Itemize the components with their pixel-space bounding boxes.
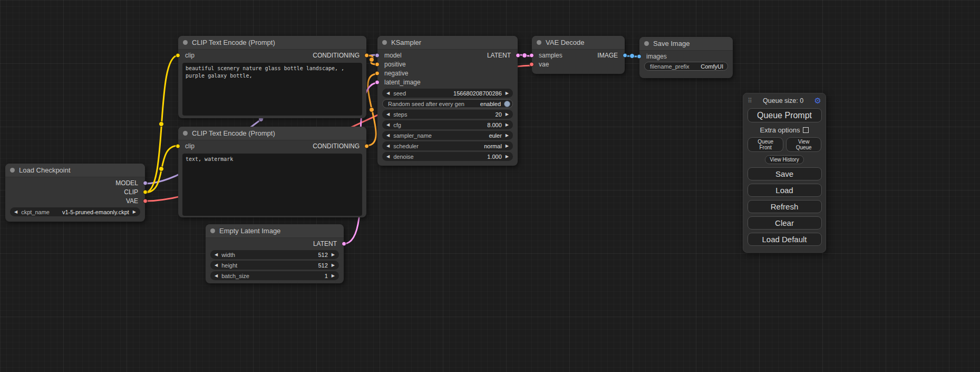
- save-button[interactable]: Save: [748, 167, 822, 180]
- output-slot-image[interactable]: [623, 53, 627, 58]
- widget-scheduler[interactable]: scheduler normal: [382, 141, 513, 150]
- decrement-arrow-icon[interactable]: [386, 112, 390, 117]
- node-clip-text-encode-negative[interactable]: CLIP Text Encode (Prompt) clip CONDITION…: [178, 127, 366, 217]
- widget-value: 20: [496, 111, 502, 118]
- input-slot-latent-image[interactable]: [375, 80, 380, 84]
- output-slot-model[interactable]: [143, 180, 148, 185]
- node-titlebar[interactable]: Save Image: [639, 37, 733, 51]
- widget-value: 512: [318, 252, 327, 258]
- node-save-image[interactable]: Save Image images filename_prefix ComfyU…: [639, 37, 733, 78]
- input-slot-positive[interactable]: [375, 62, 380, 66]
- slot-row: negative: [377, 69, 518, 78]
- queue-front-button[interactable]: Queue Front: [748, 137, 783, 152]
- output-slot-clip[interactable]: [143, 189, 148, 194]
- widget-steps[interactable]: steps 20: [382, 110, 513, 119]
- widget-sampler-name[interactable]: sampler_name euler: [382, 131, 513, 140]
- load-default-button[interactable]: Load Default: [748, 233, 822, 246]
- increment-arrow-icon[interactable]: [506, 91, 509, 96]
- slot-row: model LATENT: [377, 51, 518, 60]
- widget-seed[interactable]: seed 156680208700286: [382, 89, 513, 98]
- decrement-arrow-icon[interactable]: [386, 155, 390, 159]
- decrement-arrow-icon[interactable]: [386, 133, 390, 138]
- main-menu-panel: Queue size: 0 Queue Prompt Extra options…: [743, 93, 826, 253]
- view-history-button[interactable]: View History: [765, 155, 803, 164]
- collapse-dot-icon[interactable]: [10, 168, 15, 173]
- decrement-arrow-icon[interactable]: [386, 91, 390, 96]
- output-label-conditioning: CONDITIONING: [313, 142, 360, 150]
- decrement-arrow-icon[interactable]: [215, 253, 218, 257]
- widget-width[interactable]: width 512: [210, 250, 339, 259]
- increment-arrow-icon[interactable]: [133, 210, 136, 214]
- collapse-dot-icon[interactable]: [382, 40, 387, 45]
- increment-arrow-icon[interactable]: [332, 253, 335, 257]
- widget-value: v1-5-pruned-emaonly.ckpt: [62, 209, 129, 215]
- node-ksampler[interactable]: KSampler model LATENT positive negative …: [377, 36, 518, 166]
- slot-row: latent_image: [377, 78, 518, 87]
- decrement-arrow-icon[interactable]: [386, 144, 390, 148]
- collapse-dot-icon[interactable]: [644, 41, 649, 46]
- widget-batch-size[interactable]: batch_size 1: [210, 271, 339, 280]
- drag-handle-icon[interactable]: [748, 97, 752, 104]
- refresh-button[interactable]: Refresh: [748, 200, 822, 213]
- widget-ckpt-name[interactable]: ckpt_name v1-5-pruned-emaonly.ckpt: [10, 207, 140, 216]
- node-title: VAE Decode: [546, 39, 584, 46]
- decrement-arrow-icon[interactable]: [386, 123, 390, 127]
- clear-button[interactable]: Clear: [748, 216, 822, 230]
- node-titlebar[interactable]: VAE Decode: [532, 36, 625, 50]
- input-slot-images[interactable]: [637, 54, 642, 59]
- node-titlebar[interactable]: Load Checkpoint: [5, 164, 145, 177]
- node-titlebar[interactable]: Empty Latent Image: [206, 224, 344, 238]
- increment-arrow-icon[interactable]: [506, 112, 509, 117]
- input-slot-negative[interactable]: [375, 71, 380, 75]
- increment-arrow-icon[interactable]: [332, 274, 335, 278]
- widget-label: Random seed after every gen: [388, 101, 464, 107]
- decrement-arrow-icon[interactable]: [215, 274, 218, 278]
- widget-denoise[interactable]: denoise 1.000: [382, 152, 513, 161]
- increment-arrow-icon[interactable]: [506, 123, 509, 127]
- widget-random-seed-toggle[interactable]: Random seed after every gen enabled: [382, 99, 513, 108]
- input-slot-model[interactable]: [375, 53, 380, 58]
- queue-prompt-button[interactable]: Queue Prompt: [748, 108, 822, 122]
- node-titlebar[interactable]: CLIP Text Encode (Prompt): [178, 36, 366, 50]
- node-clip-text-encode-positive[interactable]: CLIP Text Encode (Prompt) clip CONDITION…: [178, 36, 366, 118]
- output-slot-vae[interactable]: [143, 198, 148, 203]
- output-slot-conditioning[interactable]: [364, 144, 369, 148]
- decrement-arrow-icon[interactable]: [14, 210, 17, 214]
- prompt-textarea[interactable]: beautiful scenery nature glass bottle la…: [182, 63, 362, 116]
- increment-arrow-icon[interactable]: [506, 133, 509, 138]
- widget-cfg[interactable]: cfg 8.000: [382, 120, 513, 129]
- input-slot-clip[interactable]: [176, 53, 180, 58]
- decrement-arrow-icon[interactable]: [215, 263, 218, 268]
- collapse-dot-icon[interactable]: [183, 131, 188, 136]
- output-slot-latent[interactable]: [342, 241, 346, 246]
- extra-options-checkbox[interactable]: [803, 127, 809, 133]
- load-button[interactable]: Load: [748, 184, 822, 197]
- widget-label: filename_prefix: [650, 63, 690, 70]
- node-titlebar[interactable]: KSampler: [377, 36, 518, 50]
- view-queue-button[interactable]: View Queue: [786, 137, 821, 152]
- prompt-textarea[interactable]: text, watermark: [182, 154, 362, 216]
- node-load-checkpoint[interactable]: Load Checkpoint MODEL CLIP VAE ckpt_name…: [5, 164, 145, 222]
- input-slot-samples[interactable]: [529, 53, 534, 58]
- collapse-dot-icon[interactable]: [210, 228, 215, 233]
- increment-arrow-icon[interactable]: [506, 155, 509, 159]
- settings-gear-icon[interactable]: [814, 96, 821, 106]
- input-slot-clip[interactable]: [176, 144, 180, 148]
- output-slot-latent[interactable]: [516, 53, 520, 58]
- node-vae-decode[interactable]: VAE Decode samples IMAGE vae: [532, 36, 625, 74]
- collapse-dot-icon[interactable]: [183, 40, 188, 45]
- increment-arrow-icon[interactable]: [506, 144, 509, 148]
- collapse-dot-icon[interactable]: [537, 40, 541, 45]
- output-slot-conditioning[interactable]: [364, 53, 369, 58]
- widget-filename-prefix[interactable]: filename_prefix ComfyUI: [644, 62, 728, 71]
- node-empty-latent-image[interactable]: Empty Latent Image LATENT width 512 heig…: [206, 224, 344, 283]
- toggle-knob[interactable]: [504, 101, 510, 107]
- output-label-latent: LATENT: [313, 240, 337, 247]
- comfyui-canvas[interactable]: { "colors": { "model": "#B39DDB", "clip"…: [0, 0, 980, 372]
- widget-height[interactable]: height 512: [210, 261, 339, 270]
- increment-arrow-icon[interactable]: [332, 263, 335, 268]
- input-slot-vae[interactable]: [529, 62, 534, 66]
- node-titlebar[interactable]: CLIP Text Encode (Prompt): [178, 127, 366, 140]
- output-label-model: MODEL: [115, 179, 138, 187]
- widget-value: 512: [318, 262, 327, 269]
